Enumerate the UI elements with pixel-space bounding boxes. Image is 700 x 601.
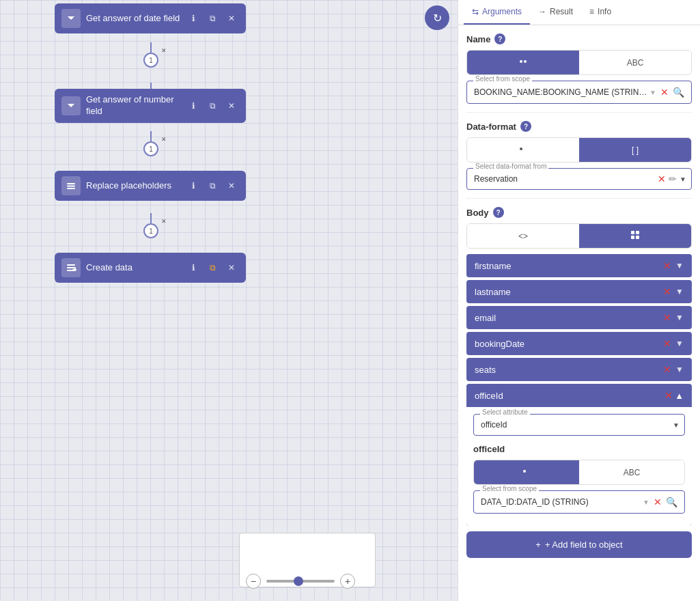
bookingdate-chevron-icon[interactable]: ▼ [675, 339, 684, 348]
officeid-attribute-select[interactable]: officeId [473, 414, 685, 436]
lastname-label: lastname [475, 287, 511, 297]
seats-delete-icon[interactable]: ✕ [663, 364, 671, 375]
body-fields-list: firstname ✕ ▼ lastname ✕ ▼ email ✕ ▼ [466, 254, 692, 526]
svg-rect-3 [67, 264, 75, 266]
add-field-button[interactable]: + + Add field to object [466, 531, 692, 558]
node-replace-actions: ℹ ⧉ ✕ [186, 178, 239, 193]
node-icon-create [61, 258, 81, 277]
data-format-toggle-group: [ ] [466, 137, 692, 163]
email-chevron-icon[interactable]: ▼ [675, 313, 684, 322]
email-delete-icon[interactable]: ✕ [663, 312, 671, 323]
right-panel: ⇆ Arguments → Result ≡ Info Name ? ABC S… [458, 0, 700, 601]
zoom-controls: − + [246, 574, 355, 589]
tab-arguments[interactable]: ⇆ Arguments [464, 0, 530, 25]
officeid-scope-clear[interactable]: ✕ [654, 497, 662, 507]
officeid-actions: ✕ ▲ [664, 390, 684, 401]
firstname-label: firstname [475, 261, 511, 271]
data-format-section-header: Data-format ? [466, 121, 692, 132]
connector-badge-1: ✕ 1 [143, 53, 158, 68]
node-replace-close[interactable]: ✕ [224, 178, 239, 193]
node-number-copy[interactable]: ⧉ [205, 98, 220, 113]
node-number-label: Get answer of number field [86, 94, 182, 117]
data-format-select-wrapper: Select data-format from Reservation ✕ ✏ … [466, 168, 692, 190]
svg-rect-14 [636, 236, 639, 239]
officeid-toggle-icon[interactable] [474, 460, 579, 484]
name-scope-clear[interactable]: ✕ [660, 87, 669, 98]
officeid-scope-label: Select from scope [480, 485, 539, 492]
name-scope-label: Select from scope [473, 75, 532, 83]
data-format-edit[interactable]: ✏ [669, 173, 677, 184]
firstname-chevron-icon[interactable]: ▼ [675, 261, 684, 270]
node-date-close[interactable]: ✕ [224, 11, 239, 26]
svg-rect-12 [636, 231, 639, 234]
lastname-delete-icon[interactable]: ✕ [663, 286, 671, 297]
officeid-sub-label: officeId [473, 444, 685, 454]
name-toggle-abc[interactable]: ABC [579, 51, 691, 74]
data-format-toggle-icon[interactable] [467, 138, 579, 162]
officeid-scope-field-row: Select from scope DATA_ID:DATA_ID (STRIN… [473, 490, 685, 514]
body-help-icon[interactable]: ? [493, 207, 504, 218]
node-date-copy[interactable]: ⧉ [205, 11, 220, 26]
svg-point-10 [520, 148, 522, 150]
node-icon-number [61, 96, 81, 115]
zoom-slider[interactable] [266, 580, 335, 583]
officeid-expanded-body: Select attribute officeId ▼ officeId [466, 407, 692, 526]
data-format-toggle-array[interactable]: [ ] [579, 138, 691, 162]
firstname-delete-icon[interactable]: ✕ [663, 260, 671, 271]
svg-rect-11 [631, 231, 634, 234]
node-replace-info[interactable]: ℹ [186, 178, 201, 193]
node-date-info[interactable]: ℹ [186, 11, 201, 26]
tab-result[interactable]: → Result [530, 0, 581, 25]
navigate-button[interactable]: ↻ [425, 5, 449, 30]
info-icon: ≡ [589, 7, 594, 16]
officeid-label: officeId [475, 391, 503, 401]
name-toggle-icon[interactable] [467, 51, 579, 74]
node-create-close[interactable]: ✕ [224, 260, 239, 275]
name-section-header: Name ? [466, 33, 692, 44]
svg-point-9 [524, 60, 527, 63]
node-create-data[interactable]: Create data ℹ ⧉ ✕ [55, 253, 246, 283]
tab-info[interactable]: ≡ Info [581, 0, 619, 25]
zoom-out-button[interactable]: − [246, 574, 261, 589]
body-field-lastname[interactable]: lastname ✕ ▼ [466, 280, 692, 303]
body-field-bookingdate[interactable]: bookingDate ✕ ▼ [466, 332, 692, 355]
name-scope-search[interactable]: 🔍 [673, 87, 684, 98]
body-field-seats[interactable]: seats ✕ ▼ [466, 358, 692, 381]
body-toggle-code[interactable]: <> [467, 224, 579, 248]
node-date-field[interactable]: Get answer of date field ℹ ⧉ ✕ [55, 3, 246, 33]
seats-chevron-icon[interactable]: ▼ [675, 365, 684, 374]
body-toggle-output[interactable] [579, 224, 691, 248]
node-number-actions: ℹ ⧉ ✕ [186, 98, 239, 113]
lastname-chevron-icon[interactable]: ▼ [675, 287, 684, 296]
data-format-clear[interactable]: ✕ [658, 173, 666, 184]
officeid-attribute-wrapper: Select attribute officeId ▼ [473, 414, 685, 436]
node-icon-replace [61, 176, 81, 195]
officeid-chevron-icon[interactable]: ▲ [675, 391, 684, 401]
officeid-delete-icon[interactable]: ✕ [664, 390, 673, 401]
officeid-scope-value: DATA_ID:DATA_ID (STRING) [481, 497, 643, 507]
data-format-select-actions: ✕ ✏ [658, 173, 677, 184]
node-replace-copy[interactable]: ⧉ [205, 178, 220, 193]
name-scope-field-row: Select from scope BOOKING_NAME:BOOKING_N… [466, 81, 692, 104]
node-create-info[interactable]: ℹ [186, 260, 201, 275]
name-help-icon[interactable]: ? [494, 33, 505, 44]
bookingdate-delete-icon[interactable]: ✕ [663, 338, 671, 349]
node-number-field[interactable]: Get answer of number field ℹ ⧉ ✕ [55, 89, 246, 123]
data-format-help-icon[interactable]: ? [520, 121, 531, 132]
body-field-firstname[interactable]: firstname ✕ ▼ [466, 254, 692, 277]
panel-body: Name ? ABC Select from scope BOOKING_NAM… [458, 25, 700, 601]
officeid-toggle-abc[interactable]: ABC [579, 460, 684, 484]
zoom-thumb[interactable] [294, 576, 303, 586]
body-field-email[interactable]: email ✕ ▼ [466, 306, 692, 329]
officeid-header[interactable]: officeId ✕ ▲ [466, 384, 692, 407]
node-replace-placeholders[interactable]: Replace placeholders ℹ ⧉ ✕ [55, 171, 246, 201]
name-scope-value: BOOKING_NAME:BOOKING_NAME (STRING)T... [474, 87, 649, 97]
node-date-actions: ℹ ⧉ ✕ [186, 11, 239, 26]
zoom-in-button[interactable]: + [340, 574, 355, 589]
node-number-info[interactable]: ℹ [186, 98, 201, 113]
node-number-close[interactable]: ✕ [224, 98, 239, 113]
officeid-scope-search[interactable]: 🔍 [666, 497, 677, 507]
bookingdate-actions: ✕ ▼ [663, 338, 684, 349]
node-create-copy[interactable]: ⧉ [205, 260, 220, 275]
svg-rect-7 [72, 269, 76, 270]
